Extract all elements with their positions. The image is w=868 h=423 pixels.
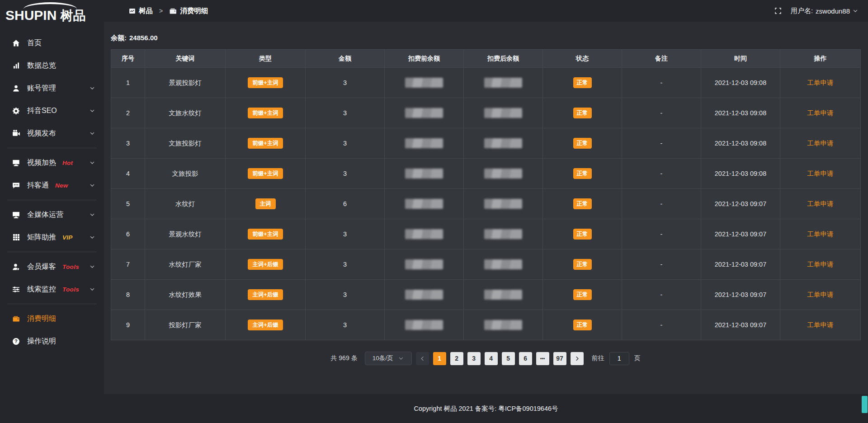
table-row: 8水纹灯效果主词+后缀3正常-2021-12-03 09:07工单申请 <box>111 280 861 310</box>
sidebar-item-全媒体运营[interactable]: 全媒体运营 <box>0 203 104 226</box>
next-page-button[interactable] <box>571 352 584 365</box>
chevron-down-icon <box>90 85 95 91</box>
sidebar-item-账号管理[interactable]: 账号管理 <box>0 77 104 99</box>
sidebar-item-抖客通[interactable]: 抖客通New <box>0 174 104 197</box>
cell-after-balance <box>464 128 543 159</box>
sidebar-divider <box>7 200 97 200</box>
sidebar-item-label: 视频加热 <box>27 158 56 168</box>
work-order-link[interactable]: 工单申请 <box>807 291 834 298</box>
type-badge: 前缀+主词 <box>248 229 283 240</box>
work-order-link[interactable]: 工单申请 <box>807 200 834 207</box>
sidebar-item-label: 抖音SEO <box>27 106 57 116</box>
sidebar-item-首页[interactable]: 首页 <box>0 32 104 54</box>
sidebar-item-视频加热[interactable]: 视频加热Hot <box>0 151 104 174</box>
sidebar-item-线索监控[interactable]: 线索监控Tools <box>0 278 104 301</box>
cell-status: 正常 <box>543 128 622 159</box>
page-size-value: 10条/页 <box>373 354 393 362</box>
sidebar-item-label: 首页 <box>27 38 42 48</box>
sidebar-item-label: 消费明细 <box>27 314 56 324</box>
cell-keyword: 景观投影灯 <box>145 68 226 98</box>
cell-status: 正常 <box>543 189 622 219</box>
breadcrumb-item[interactable]: 消费明细 <box>169 6 208 16</box>
work-order-link[interactable]: 工单申请 <box>807 79 834 86</box>
cell-before-balance <box>385 310 464 340</box>
table-row: 9投影灯厂家主词+后缀3正常-2021-12-03 09:07工单申请 <box>111 310 861 340</box>
sidebar-item-抖音SEO[interactable]: 抖音SEO <box>0 99 104 122</box>
cell-amount: 3 <box>306 219 385 249</box>
cell-before-balance <box>385 249 464 280</box>
breadcrumb-item[interactable]: 树品 <box>129 6 153 16</box>
work-order-link[interactable]: 工单申请 <box>807 140 834 147</box>
sidebar-item-视频发布[interactable]: 视频发布 <box>0 122 104 145</box>
cell-after-balance <box>464 159 543 189</box>
cell-time: 2021-12-03 09:07 <box>701 219 780 249</box>
chevron-down-icon <box>90 108 95 113</box>
work-order-link[interactable]: 工单申请 <box>807 109 834 117</box>
side-widget[interactable] <box>862 396 868 413</box>
cell-status: 正常 <box>543 68 622 98</box>
type-badge: 主词+后缀 <box>248 320 283 331</box>
goto-page-input[interactable] <box>609 352 629 365</box>
prev-page-button[interactable] <box>416 352 429 365</box>
copyright-text: Copyright 树品 2021 备案号: 粤ICP备09019646号 <box>414 404 558 413</box>
page-button-4[interactable]: 4 <box>485 352 498 365</box>
cell-type: 主词+后缀 <box>226 249 306 280</box>
blurred-balance <box>405 169 443 179</box>
sidebar-item-会员爆客[interactable]: 会员爆客Tools <box>0 255 104 278</box>
username-label: 用户名: <box>791 7 813 15</box>
sidebar-item-操作说明[interactable]: ?操作说明 <box>0 330 104 352</box>
status-badge: 正常 <box>573 320 592 331</box>
cell-type: 主词 <box>226 189 306 219</box>
dashboard-icon <box>129 8 136 14</box>
cell-keyword: 文旅水纹灯 <box>145 98 226 128</box>
logo-text-en: SHUPIN <box>5 8 57 23</box>
user-icon <box>12 84 20 93</box>
status-badge: 正常 <box>573 168 592 179</box>
work-order-link[interactable]: 工单申请 <box>807 261 834 268</box>
cell-before-balance <box>385 280 464 310</box>
page-size-select[interactable]: 10条/页 <box>365 352 412 365</box>
cell-index: 6 <box>111 219 145 249</box>
cell-index: 7 <box>111 249 145 280</box>
sliders-icon <box>12 285 20 294</box>
arrow-right-icon <box>574 356 580 362</box>
work-order-link[interactable]: 工单申请 <box>807 230 834 238</box>
cell-after-balance <box>464 68 543 98</box>
cell-status: 正常 <box>543 310 622 340</box>
page-button-6[interactable]: 6 <box>519 352 532 365</box>
blurred-balance <box>484 138 522 148</box>
cell-remark: - <box>622 98 701 128</box>
breadcrumb-label: 树品 <box>139 6 153 16</box>
cell-before-balance <box>385 98 464 128</box>
work-order-link[interactable]: 工单申请 <box>807 321 834 329</box>
sidebar-item-label: 数据总览 <box>27 61 56 70</box>
logo-arc-decoration <box>24 2 77 9</box>
page-button-1[interactable]: 1 <box>433 352 446 365</box>
cell-index: 1 <box>111 68 145 98</box>
fullscreen-icon[interactable] <box>774 7 782 14</box>
blurred-balance <box>484 290 522 300</box>
footer: Copyright 树品 2021 备案号: 粤ICP备09019646号 <box>104 394 868 423</box>
status-badge: 正常 <box>573 198 592 210</box>
cell-status: 正常 <box>543 280 622 310</box>
pagination-ellipsis[interactable]: ••• <box>536 352 549 365</box>
sidebar-item-消费明细[interactable]: 消费明细 <box>0 307 104 330</box>
cell-action: 工单申请 <box>780 249 861 280</box>
work-order-link[interactable]: 工单申请 <box>807 170 834 177</box>
table-row: 5水纹灯主词6正常-2021-12-03 09:07工单申请 <box>111 189 861 219</box>
chevron-down-icon <box>90 212 95 217</box>
page-button-2[interactable]: 2 <box>450 352 463 365</box>
page-button-5[interactable]: 5 <box>502 352 515 365</box>
wallet-icon <box>12 315 20 323</box>
sidebar-item-数据总览[interactable]: 数据总览 <box>0 54 104 77</box>
sidebar-item-badge: VIP <box>62 234 73 241</box>
sidebar-divider <box>7 148 97 148</box>
sidebar-item-矩阵助推[interactable]: 矩阵助推VIP <box>0 226 104 249</box>
video-camera-icon <box>12 129 20 138</box>
blurred-balance <box>405 229 443 239</box>
user-dropdown[interactable]: 用户名: zswodun88 <box>791 7 858 15</box>
page-button-3[interactable]: 3 <box>467 352 481 365</box>
page-button-97[interactable]: 97 <box>553 352 566 365</box>
column-header: 关键词 <box>145 50 226 68</box>
cell-keyword: 景观水纹灯 <box>145 219 226 249</box>
